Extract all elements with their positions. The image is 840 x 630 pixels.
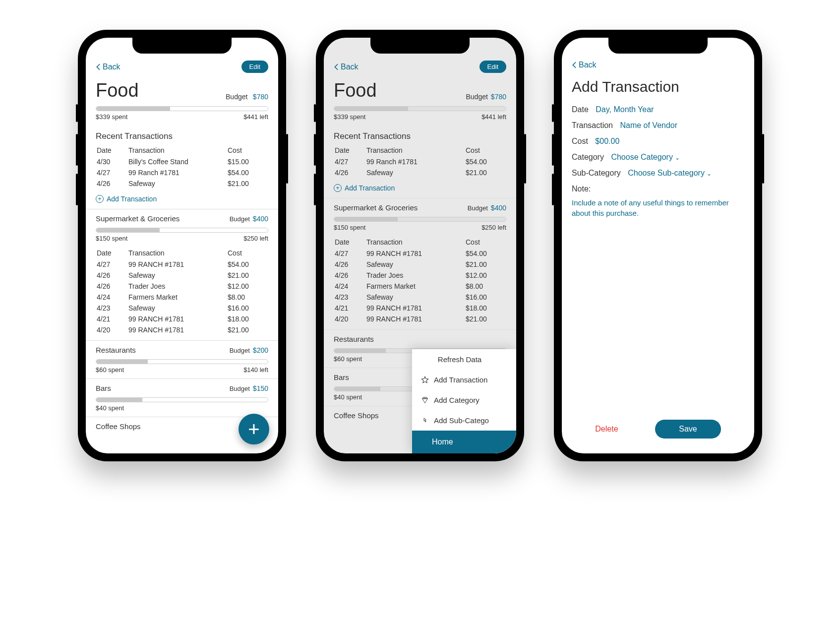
- cost-label: Cost: [572, 137, 588, 145]
- recent-table: Date Transaction Cost 4/30Billy's Coffee…: [96, 146, 268, 189]
- subcategory-label: Sub-Category: [572, 169, 621, 177]
- edit-button[interactable]: Edit: [241, 61, 268, 73]
- progress-bar: [334, 106, 506, 111]
- date-label: Date: [572, 105, 589, 114]
- back-button[interactable]: Back: [96, 63, 120, 71]
- table-row[interactable]: 4/2199 RANCH #1781$18.00: [96, 314, 268, 324]
- field-date: Date Day, Month Year: [572, 105, 744, 114]
- menu-home[interactable]: Home: [412, 431, 516, 453]
- chevron-down-icon: ⌄: [707, 170, 712, 177]
- add-transaction-button[interactable]: + Add Transaction: [96, 195, 268, 203]
- menu-add-category[interactable]: Add Category: [412, 390, 516, 410]
- back-label: Back: [103, 63, 120, 71]
- page-title: Food: [96, 80, 139, 101]
- table-row[interactable]: 4/2099 RANCH #1781$21.00: [96, 324, 268, 335]
- note-input[interactable]: Include a note of any useful things to r…: [572, 197, 744, 218]
- subcat-title: Coffee Shops: [96, 422, 141, 431]
- field-transaction: Transaction Name of Vendor: [572, 121, 744, 130]
- budget-summary: Budget $780: [226, 92, 268, 101]
- table-row[interactable]: 4/24Farmers Market$8.00: [334, 281, 506, 292]
- subcat-title: Restaurants: [334, 335, 374, 343]
- subcat-title: Coffee Shops: [334, 411, 379, 420]
- plus-circle-icon: +: [334, 184, 342, 192]
- progress-bar: [334, 217, 506, 222]
- chevron-left-icon: [334, 63, 339, 70]
- add-transaction-button[interactable]: + Add Transaction: [334, 184, 506, 192]
- table-row[interactable]: 4/2799 RANCH #1781$54.00: [96, 259, 268, 270]
- table-row[interactable]: 4/30Billy's Coffee Stand$15.00: [96, 156, 268, 167]
- table-row[interactable]: 4/26Trader Joes$12.00: [96, 281, 268, 292]
- cost-input[interactable]: $00.00: [595, 137, 619, 145]
- phone-frame-a: Back Edit Food Budget $780 $339 spent $4…: [78, 30, 286, 461]
- menu-add-subcategory[interactable]: Add Sub-Catego: [412, 410, 516, 431]
- save-button[interactable]: Save: [655, 420, 720, 439]
- progress-bar: [96, 397, 268, 402]
- progress-fill: [96, 107, 170, 111]
- fab-add-button[interactable]: +: [239, 414, 269, 444]
- table-row[interactable]: 4/2799 RANCH #1781$54.00: [334, 248, 506, 259]
- recent-heading: Recent Transactions: [334, 131, 506, 141]
- col-cost: Cost: [228, 146, 267, 154]
- table-row[interactable]: 4/26Trader Joes$12.00: [334, 270, 506, 281]
- subcat-title: Supermarket & Groceries: [96, 214, 180, 223]
- chevron-down-icon: ⌄: [675, 154, 680, 161]
- plus-circle-icon: +: [96, 195, 104, 203]
- date-input[interactable]: Day, Month Year: [596, 105, 654, 114]
- pointer-icon: [421, 417, 429, 425]
- table-row[interactable]: 4/2799 Ranch #1781$54.00: [334, 156, 506, 167]
- subcategory-select[interactable]: Choose Sub-category⌄: [628, 169, 712, 177]
- fab-menu: Refresh Data Add Transaction Add Categor…: [412, 349, 516, 453]
- col-date: Date: [97, 146, 128, 154]
- subcat-title: Supermarket & Groceries: [334, 203, 418, 212]
- spent-text: $150 spent: [96, 235, 127, 242]
- table-row[interactable]: 4/2199 RANCH #1781$18.00: [334, 303, 506, 314]
- chevron-left-icon: [572, 62, 577, 68]
- table-row[interactable]: 4/26Safeway$21.00: [334, 259, 506, 270]
- subcat-title: Restaurants: [96, 346, 136, 354]
- progress-bar: [96, 106, 268, 111]
- subcat-budget-value: $400: [253, 215, 268, 223]
- page-title: Food: [334, 80, 377, 101]
- field-category: Category Choose Category⌄: [572, 153, 744, 162]
- edit-button[interactable]: Edit: [480, 61, 506, 73]
- table-row[interactable]: 4/2799 Ranch #1781$54.00: [96, 167, 268, 178]
- recent-heading: Recent Transactions: [96, 131, 268, 141]
- delete-button[interactable]: Delete: [595, 425, 618, 434]
- subcat-table: Date Transaction Cost 4/2799 RANCH #1781…: [96, 249, 268, 335]
- menu-refresh-data[interactable]: Refresh Data: [412, 349, 516, 370]
- table-row[interactable]: 4/2099 RANCH #1781$21.00: [334, 314, 506, 324]
- table-row[interactable]: 4/24Farmers Market$8.00: [96, 292, 268, 303]
- field-cost: Cost $00.00: [572, 137, 744, 146]
- back-label: Back: [579, 61, 597, 69]
- add-transaction-label: Add Transaction: [107, 195, 157, 203]
- phone-frame-b: Back Edit Food Budget$780 $339 spent $44…: [316, 30, 524, 461]
- spent-text: $339 spent: [96, 113, 127, 121]
- menu-add-transaction[interactable]: Add Transaction: [412, 370, 516, 390]
- table-row[interactable]: 4/26Safeway$21.00: [334, 167, 506, 178]
- table-row[interactable]: 4/26Safeway$21.00: [96, 270, 268, 281]
- diamond-icon: [421, 396, 429, 404]
- table-row[interactable]: 4/23Safeway$16.00: [96, 303, 268, 314]
- field-note: Note: Include a note of any useful thing…: [572, 185, 744, 218]
- category-select[interactable]: Choose Category⌄: [611, 153, 680, 161]
- plus-icon: +: [248, 419, 259, 439]
- star-icon: [421, 376, 429, 384]
- chevron-left-icon: [96, 63, 101, 70]
- budget-value: $780: [253, 93, 268, 101]
- back-button[interactable]: Back: [572, 61, 597, 69]
- note-label: Note:: [572, 185, 591, 193]
- transaction-input[interactable]: Name of Vendor: [620, 121, 677, 129]
- table-row[interactable]: 4/23Safeway$16.00: [334, 292, 506, 303]
- left-text: $250 left: [243, 235, 268, 242]
- budget-label: Budget: [226, 93, 247, 101]
- back-button[interactable]: Back: [334, 63, 359, 71]
- transaction-label: Transaction: [572, 121, 613, 129]
- progress-bar: [96, 228, 268, 233]
- phone-frame-c: Back Add Transaction Date Day, Month Yea…: [554, 30, 762, 461]
- subcat-title: Bars: [96, 384, 111, 392]
- field-subcategory: Sub-Category Choose Sub-category⌄: [572, 169, 744, 178]
- category-label: Category: [572, 153, 604, 161]
- progress-bar: [96, 359, 268, 364]
- budget-label: Budget: [230, 215, 250, 223]
- table-row[interactable]: 4/26Safeway$21.00: [96, 178, 268, 189]
